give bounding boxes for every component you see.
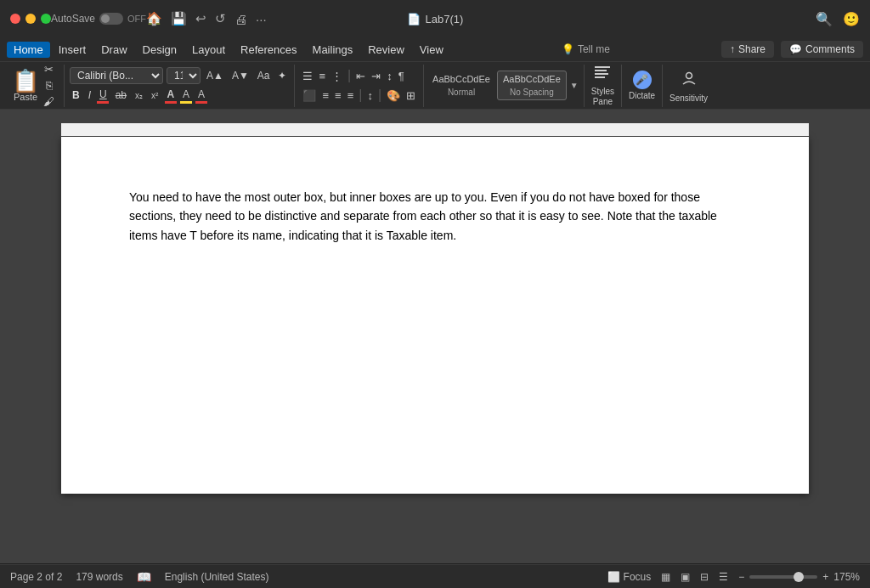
- dictate-icon: 🎤: [633, 71, 652, 89]
- emoji-icon[interactable]: 🙂: [843, 11, 860, 27]
- document-content[interactable]: You need to have the most outer box, but…: [129, 188, 741, 245]
- sensitivity-button[interactable]: Sensitivity: [663, 65, 715, 107]
- word-count: 179 words: [76, 571, 122, 583]
- subscript-button[interactable]: x₂: [133, 90, 145, 101]
- view-mode-icon1[interactable]: ▦: [661, 571, 670, 583]
- print-icon[interactable]: 🖨: [234, 12, 247, 26]
- doc-title: Lab7(1): [426, 13, 464, 25]
- menu-references[interactable]: References: [234, 42, 303, 58]
- document-title: 📄 Lab7(1): [407, 13, 464, 25]
- numbered-list-button[interactable]: ≡: [316, 69, 328, 83]
- sort-button[interactable]: ↕: [384, 69, 395, 83]
- view-mode-icon4[interactable]: ☰: [719, 571, 728, 583]
- view-mode-icon2[interactable]: ▣: [681, 571, 690, 583]
- ruler: [61, 123, 809, 137]
- svg-rect-2: [595, 73, 608, 75]
- font-color-bar: [165, 101, 177, 104]
- increase-indent-button[interactable]: ⇥: [369, 69, 383, 83]
- redo-icon[interactable]: ↺: [215, 11, 226, 26]
- align-left-button[interactable]: ⬛: [300, 88, 319, 103]
- highlight-button[interactable]: A: [180, 88, 192, 101]
- maximize-button[interactable]: [41, 14, 51, 24]
- svg-rect-3: [595, 76, 605, 78]
- traffic-lights: [10, 14, 51, 24]
- share-button[interactable]: ↑ Share: [721, 41, 774, 58]
- minimize-button[interactable]: [25, 14, 36, 24]
- paste-label[interactable]: Paste: [14, 92, 37, 102]
- zoom-in-icon[interactable]: +: [822, 571, 828, 583]
- copy-button[interactable]: ⎘: [41, 78, 57, 93]
- search-icon[interactable]: 🔍: [816, 11, 833, 27]
- styles-pane-icon: [593, 64, 612, 85]
- menu-draw[interactable]: Draw: [94, 42, 133, 58]
- menu-insert[interactable]: Insert: [52, 42, 93, 58]
- strikethrough-button[interactable]: ab: [113, 88, 129, 102]
- bold-button[interactable]: B: [70, 88, 82, 102]
- clear-format-button[interactable]: ✦: [275, 69, 289, 82]
- zoom-out-icon[interactable]: −: [738, 571, 744, 583]
- paste-icon[interactable]: 📋: [12, 70, 39, 92]
- menu-home[interactable]: Home: [7, 42, 50, 58]
- ruler-inner: [61, 123, 809, 136]
- menu-review[interactable]: Review: [361, 42, 411, 58]
- tell-me[interactable]: 💡 Tell me: [562, 43, 610, 55]
- close-button[interactable]: [10, 14, 20, 24]
- menu-view[interactable]: View: [413, 42, 450, 58]
- menu-design[interactable]: Design: [136, 42, 184, 58]
- underline-button[interactable]: U: [97, 88, 110, 101]
- font-section: Calibri (Bo... 11 A▲ A▼ Aa ✦ B I U ab x₂: [65, 65, 295, 107]
- show-marks-button[interactable]: ¶: [396, 69, 407, 83]
- home-icon[interactable]: 🏠: [146, 11, 162, 26]
- styles-pane-button[interactable]: StylesPane: [585, 65, 622, 107]
- autosave-control[interactable]: AutoSave OFF: [51, 13, 146, 25]
- change-case-button[interactable]: Aa: [255, 69, 273, 82]
- cut-button[interactable]: ✂: [41, 62, 57, 76]
- multilevel-list-button[interactable]: ⋮: [329, 69, 345, 83]
- text-color-button2[interactable]: A: [195, 88, 207, 101]
- sensitivity-icon: [680, 69, 698, 92]
- tell-me-label: Tell me: [578, 43, 610, 55]
- zoom-control[interactable]: − + 175%: [738, 571, 860, 583]
- dictate-label: Dictate: [629, 91, 655, 100]
- font-grow-button[interactable]: A▲: [204, 69, 226, 82]
- shading-button[interactable]: 🎨: [384, 88, 403, 103]
- dictate-button[interactable]: 🎤 Dictate: [622, 65, 663, 107]
- save-icon[interactable]: 💾: [171, 11, 187, 26]
- autosave-toggle[interactable]: [99, 13, 123, 25]
- italic-button[interactable]: I: [86, 88, 93, 102]
- sensitivity-label: Sensitivity: [669, 93, 708, 103]
- tell-me-icon: 💡: [562, 43, 574, 55]
- font-name-select[interactable]: Calibri (Bo...: [70, 67, 163, 84]
- font-color-button[interactable]: A: [164, 88, 177, 101]
- comments-button[interactable]: 💬 Comments: [781, 41, 863, 58]
- superscript-button[interactable]: x²: [149, 90, 161, 101]
- zoom-thumb[interactable]: [794, 572, 804, 582]
- bullet-list-button[interactable]: ☰: [300, 69, 315, 83]
- align-right-button[interactable]: ≡: [332, 88, 344, 103]
- line-spacing-button[interactable]: ↕: [364, 88, 376, 103]
- decrease-indent-button[interactable]: ⇤: [353, 69, 368, 83]
- justify-button[interactable]: ≡: [345, 88, 357, 103]
- format-painter-button[interactable]: 🖌: [41, 94, 57, 109]
- view-mode-icon3[interactable]: ⊟: [700, 571, 709, 583]
- font-size-select[interactable]: 11: [167, 67, 201, 84]
- style-normal[interactable]: AaBbCcDdEe Normal: [427, 71, 495, 99]
- menu-layout[interactable]: Layout: [185, 42, 232, 58]
- document-page[interactable]: You need to have the most outer box, but…: [61, 137, 809, 494]
- align-buttons-row: ⬛ ≡ ≡ ≡ | ↕ | 🎨 ⊞: [300, 88, 418, 103]
- read-mode-icon[interactable]: 📖: [137, 570, 151, 584]
- language[interactable]: English (United States): [165, 571, 269, 583]
- undo-icon[interactable]: ↩: [195, 11, 206, 26]
- more-icon[interactable]: ···: [256, 12, 267, 26]
- align-center-button[interactable]: ≡: [319, 88, 331, 103]
- borders-button[interactable]: ⊞: [404, 88, 418, 103]
- svg-point-4: [686, 72, 692, 78]
- styles-expand-button[interactable]: ▼: [568, 79, 580, 92]
- focus-button[interactable]: ⬜ Focus: [607, 571, 651, 583]
- title-bar: AutoSave OFF 🏠 💾 ↩ ↺ 🖨 ··· 📄 Lab7(1) 🔍 🙂: [0, 0, 870, 37]
- style-no-spacing[interactable]: AaBbCcDdEe No Spacing: [497, 71, 567, 99]
- font-shrink-button[interactable]: A▼: [229, 69, 251, 82]
- menu-mailings[interactable]: Mailings: [306, 42, 360, 58]
- focus-icon: ⬜: [607, 571, 620, 583]
- zoom-slider[interactable]: [749, 575, 817, 579]
